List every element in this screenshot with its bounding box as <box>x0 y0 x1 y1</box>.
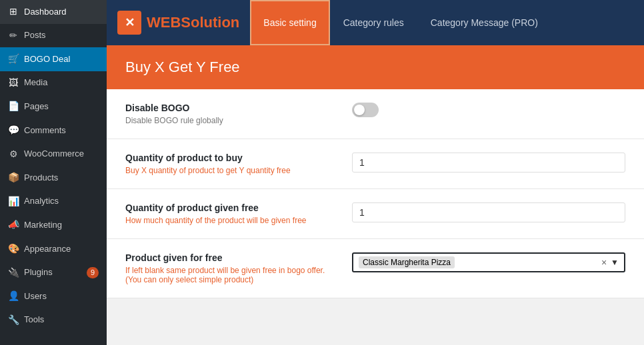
cart-icon: 🛒 <box>8 53 19 66</box>
sidebar-item-label: Dashboard <box>24 6 67 18</box>
main-area: ✕ WEBSolution Basic setting Category rul… <box>107 0 644 345</box>
setting-control-quantity-buy <box>352 153 625 172</box>
setting-control-quantity-free <box>352 202 625 222</box>
sidebar-item-woocommerce[interactable]: ⚙ WooCommerce <box>0 143 107 167</box>
sidebar-item-users[interactable]: 👤 Users <box>0 284 107 308</box>
tab-basic-setting[interactable]: Basic setting <box>250 0 329 45</box>
setting-label-quantity-free: Quantity of product given free How much … <box>125 202 325 225</box>
content-area: Buy X Get Y Free Disable BOGO Disable BO… <box>107 45 644 345</box>
comments-icon: 💬 <box>8 124 19 137</box>
woocommerce-icon: ⚙ <box>8 148 19 161</box>
sidebar-item-analytics[interactable]: 📊 Analytics <box>0 190 107 214</box>
sidebar-item-pages[interactable]: 📄 Pages <box>0 95 107 119</box>
sidebar-item-label: BOGO Deal <box>24 53 70 65</box>
sidebar-item-label: Appearance <box>24 243 71 255</box>
quantity-free-input[interactable] <box>352 202 625 222</box>
brand: ✕ WEBSolution <box>107 0 250 45</box>
sidebar-item-label: Posts <box>24 29 46 41</box>
quantity-buy-input[interactable] <box>352 153 625 172</box>
sidebar-item-label: Comments <box>24 125 66 137</box>
sidebar-item-label: Marketing <box>24 219 62 231</box>
sidebar-item-label: Users <box>24 290 47 302</box>
toggle-disable-bogo[interactable] <box>352 103 379 117</box>
products-icon: 📦 <box>8 171 19 184</box>
tools-icon: 🔧 <box>8 314 19 327</box>
dashboard-icon: ⊞ <box>8 5 19 19</box>
setting-quantity-buy: Quantity of product to buy Buy X quantit… <box>107 139 644 189</box>
plugins-icon: 🔌 <box>8 266 19 280</box>
setting-disable-bogo: Disable BOGO Disable BOGO rule globally <box>107 89 644 139</box>
chevron-down-icon[interactable]: ▼ <box>611 258 619 267</box>
select-clear-icon[interactable]: × <box>601 257 607 268</box>
sidebar-item-comments[interactable]: 💬 Comments <box>0 119 107 143</box>
sidebar-item-bogo-deal[interactable]: 🛒 BOGO Deal <box>0 47 107 71</box>
sidebar-item-label: Tools <box>24 314 44 326</box>
sidebar-item-plugins[interactable]: 🔌 Plugins 9 <box>0 261 107 285</box>
setting-quantity-free: Quantity of product given free How much … <box>107 189 644 239</box>
sidebar-item-label: Analytics <box>24 195 59 207</box>
plugins-badge: 9 <box>87 267 99 278</box>
settings-form: Disable BOGO Disable BOGO rule globally … <box>107 89 644 298</box>
selected-product-tag: Classic Margherita Pizza <box>359 256 455 268</box>
brand-logo: ✕ <box>117 11 141 35</box>
tab-category-message[interactable]: Category Message (PRO) <box>417 0 551 45</box>
sidebar-item-dashboard[interactable]: ⊞ Dashboard <box>0 0 107 24</box>
media-icon: 🖼 <box>8 77 19 90</box>
brand-name: WEBSolution <box>147 14 239 31</box>
users-icon: 👤 <box>8 290 19 303</box>
sidebar-item-label: Products <box>24 172 58 184</box>
sidebar-item-label: Media <box>24 77 47 89</box>
topbar-tabs: Basic setting Category rules Category Me… <box>250 0 551 45</box>
sidebar-item-appearance[interactable]: 🎨 Appearance <box>0 237 107 261</box>
page-header: Buy X Get Y Free <box>107 45 644 89</box>
sidebar-item-label: WooCommerce <box>24 148 84 160</box>
setting-product-free: Product given for free If left blank sam… <box>107 239 644 298</box>
posts-icon: ✏ <box>8 29 19 43</box>
tab-category-rules[interactable]: Category rules <box>330 0 417 45</box>
setting-control-product-free: Classic Margherita Pizza × ▼ <box>352 252 625 272</box>
topbar: ✕ WEBSolution Basic setting Category rul… <box>107 0 644 45</box>
sidebar-item-products[interactable]: 📦 Products <box>0 166 107 190</box>
setting-label-disable-bogo: Disable BOGO Disable BOGO rule globally <box>125 103 325 125</box>
page-title: Buy X Get Y Free <box>125 59 625 76</box>
sidebar-item-label: Plugins <box>24 266 53 278</box>
setting-label-product-free: Product given for free If left blank sam… <box>125 252 325 284</box>
toggle-slider <box>352 103 379 117</box>
sidebar-item-media[interactable]: 🖼 Media <box>0 71 107 95</box>
analytics-icon: 📊 <box>8 195 19 208</box>
sidebar: ⊞ Dashboard ✏ Posts 🛒 BOGO Deal 🖼 Media … <box>0 0 107 345</box>
sidebar-item-marketing[interactable]: 📣 Marketing <box>0 213 107 237</box>
appearance-icon: 🎨 <box>8 242 19 256</box>
product-select-wrapper[interactable]: Classic Margherita Pizza × ▼ <box>352 252 625 272</box>
pages-icon: 📄 <box>8 100 19 113</box>
setting-label-quantity-buy: Quantity of product to buy Buy X quantit… <box>125 153 325 175</box>
setting-control-disable-bogo <box>352 103 625 117</box>
sidebar-item-tools[interactable]: 🔧 Tools <box>0 308 107 332</box>
sidebar-item-posts[interactable]: ✏ Posts <box>0 24 107 48</box>
selected-product-label: Classic Margherita Pizza <box>363 258 451 267</box>
sidebar-item-label: Pages <box>24 101 49 113</box>
marketing-icon: 📣 <box>8 218 19 232</box>
